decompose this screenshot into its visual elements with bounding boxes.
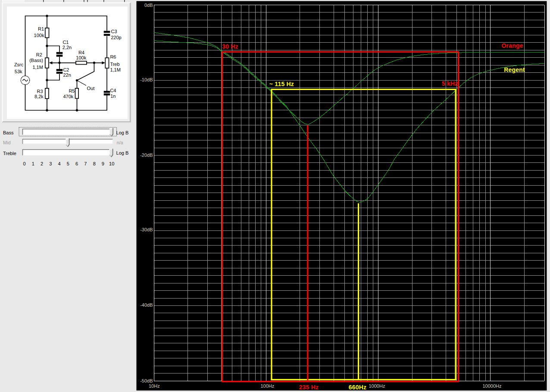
svg-text:-50dB: -50dB — [140, 378, 153, 383]
svg-text:53k: 53k — [15, 69, 22, 74]
svg-text:22n: 22n — [63, 72, 71, 78]
svg-text:R6: R6 — [110, 54, 116, 59]
svg-text:-40dB: -40dB — [140, 302, 153, 308]
svg-text:Bass: Bass — [3, 130, 14, 135]
svg-text:10Hz: 10Hz — [149, 383, 160, 389]
svg-text:0: 0 — [23, 161, 25, 166]
svg-text:Treble: Treble — [3, 151, 16, 156]
svg-text:C2: C2 — [63, 67, 69, 72]
svg-text:100k: 100k — [76, 55, 86, 60]
svg-text:2: 2 — [41, 161, 43, 166]
svg-text:7: 7 — [84, 161, 87, 166]
svg-text:Log B: Log B — [116, 130, 129, 135]
svg-text:5: 5 — [67, 161, 69, 166]
svg-text:R2: R2 — [36, 52, 42, 57]
svg-text:~ 115 Hz: ~ 115 Hz — [269, 81, 294, 87]
svg-text:1000Hz: 1000Hz — [369, 383, 385, 389]
svg-text:-30dB: -30dB — [140, 227, 153, 232]
svg-text:30 Hz: 30 Hz — [222, 43, 238, 50]
svg-text:C4: C4 — [110, 88, 116, 93]
svg-text:220p: 220p — [111, 35, 121, 40]
svg-text:Log B: Log B — [116, 150, 129, 156]
svg-text:100k: 100k — [34, 33, 44, 38]
svg-text:-20dB: -20dB — [140, 152, 153, 158]
svg-text:n/a: n/a — [116, 140, 123, 145]
svg-text:1,1M: 1,1M — [110, 67, 120, 72]
svg-text:470k: 470k — [63, 94, 73, 99]
svg-text:1n: 1n — [110, 93, 116, 99]
svg-text:(Bass): (Bass) — [29, 58, 43, 63]
svg-text:0dB: 0dB — [144, 3, 153, 8]
svg-text:8: 8 — [93, 161, 96, 166]
svg-text:9: 9 — [102, 161, 104, 166]
svg-text:660Hz: 660Hz — [349, 384, 366, 391]
svg-text:R4: R4 — [78, 50, 84, 55]
svg-text:R5: R5 — [69, 88, 75, 93]
svg-text:8,2k: 8,2k — [34, 94, 44, 99]
svg-text:2,2n: 2,2n — [62, 45, 72, 50]
svg-text:5 kHz: 5 kHz — [442, 80, 458, 87]
svg-text:10000Hz: 10000Hz — [483, 383, 502, 389]
svg-text:235 Hz: 235 Hz — [299, 384, 319, 391]
svg-text:Orange: Orange — [502, 42, 523, 49]
svg-text:10: 10 — [109, 161, 114, 166]
svg-text:6: 6 — [75, 161, 78, 166]
svg-text:C3: C3 — [111, 29, 117, 34]
svg-text:Out: Out — [87, 86, 95, 91]
svg-text:Treb: Treb — [110, 62, 119, 67]
svg-text:Zsrc: Zsrc — [14, 62, 24, 67]
svg-text:R3: R3 — [37, 89, 43, 94]
svg-text:Regent: Regent — [504, 66, 525, 73]
svg-text:R1: R1 — [38, 26, 44, 31]
svg-text:4: 4 — [58, 161, 61, 166]
svg-text:3: 3 — [49, 161, 52, 166]
svg-text:C1: C1 — [62, 40, 69, 45]
svg-text:100Hz: 100Hz — [261, 383, 275, 389]
svg-text:1: 1 — [32, 161, 34, 166]
svg-text:-10dB: -10dB — [140, 77, 153, 82]
svg-text:Mid: Mid — [3, 140, 11, 145]
svg-text:1,1M: 1,1M — [32, 65, 43, 70]
